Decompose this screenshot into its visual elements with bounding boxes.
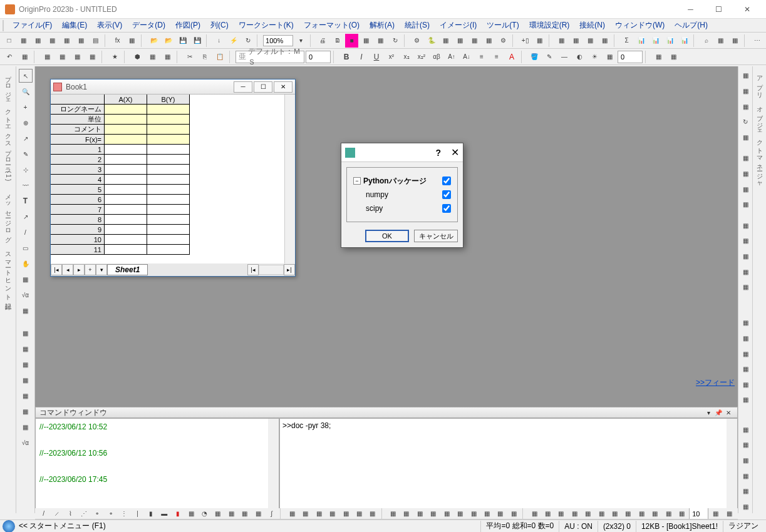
fontsize-combo[interactable]: 0	[306, 51, 331, 63]
rtool20-icon[interactable]: ▦	[738, 393, 752, 407]
favorite-icon[interactable]: ★	[108, 50, 122, 64]
g44-icon[interactable]: ▦	[636, 508, 648, 519]
zoom-dropdown-icon[interactable]: ▾	[294, 34, 308, 48]
decrease-font-icon[interactable]: A↓	[460, 50, 474, 64]
g40-icon[interactable]: ▦	[582, 508, 594, 519]
data-cell[interactable]	[147, 235, 190, 245]
g1-icon[interactable]: /	[38, 508, 49, 519]
data-cell[interactable]	[147, 245, 190, 255]
stack-icon[interactable]: ▦	[584, 34, 597, 48]
data-cell[interactable]	[105, 205, 147, 215]
lighting-icon[interactable]: ☀	[587, 50, 601, 64]
data-cell[interactable]	[147, 105, 190, 115]
data-cell[interactable]	[147, 215, 190, 225]
cmd-menu-icon[interactable]: ▾	[703, 409, 713, 416]
g33-icon[interactable]: ▦	[481, 508, 493, 519]
region-tool-icon[interactable]: ▦	[19, 272, 33, 286]
data-cell[interactable]	[105, 195, 147, 205]
row-header[interactable]: 5	[51, 185, 105, 195]
g19-icon[interactable]: ▦	[286, 508, 298, 519]
data-cell[interactable]	[105, 225, 147, 235]
g39-icon[interactable]: ▦	[569, 508, 581, 519]
g42-icon[interactable]: ▦	[609, 508, 621, 519]
menu-window[interactable]: ウィンドウ(W)	[610, 19, 670, 32]
new-excel-icon[interactable]: ▦	[31, 34, 44, 48]
align-icon[interactable]: ≡	[475, 50, 489, 64]
cancel-button[interactable]: キャンセル	[414, 230, 458, 242]
rtool14-icon[interactable]: ▦	[738, 280, 752, 294]
rtool19-icon[interactable]: ▦	[738, 377, 752, 391]
command-history-pane[interactable]: //--2023/06/12 10:52 //--2023/06/12 10:5…	[35, 418, 279, 513]
copy-icon[interactable]: ⎘	[198, 50, 212, 64]
messages-tab[interactable]: メッセージログ	[4, 190, 13, 240]
add-column-icon[interactable]: +▯	[519, 34, 532, 48]
maximize-button[interactable]: ☐	[705, 0, 733, 19]
g34-icon[interactable]: ▦	[494, 508, 506, 519]
new-workbook-icon[interactable]: ▦	[17, 34, 30, 48]
refresh-icon[interactable]: ↻	[388, 34, 401, 48]
dock-tool1-icon[interactable]: ▦	[19, 326, 33, 340]
menu-worksheet[interactable]: ワークシート(K)	[234, 19, 299, 32]
underline-icon[interactable]: U	[370, 50, 383, 64]
corner-cell[interactable]	[51, 95, 105, 105]
redo-icon[interactable]: ▦	[18, 50, 31, 64]
data-cell[interactable]	[105, 235, 147, 245]
import-icon[interactable]: ↓	[212, 34, 225, 48]
input-scrollbar[interactable]	[727, 419, 737, 513]
g46-icon[interactable]: ▦	[662, 508, 674, 519]
menu-plot[interactable]: 作図(P)	[170, 19, 205, 32]
menu-tools[interactable]: ツール(T)	[482, 19, 524, 32]
rtool25-icon[interactable]: ▦	[738, 484, 752, 498]
status-au[interactable]: AU : ON	[559, 521, 598, 532]
save-template-icon[interactable]: 💾	[190, 34, 204, 48]
subscript-icon[interactable]: x₂	[400, 50, 413, 64]
dialog-help-button[interactable]: ?	[435, 148, 441, 158]
g47-icon[interactable]: ▦	[676, 508, 688, 519]
data-cell[interactable]	[105, 105, 147, 115]
menu-column[interactable]: 列(C)	[205, 19, 234, 32]
sheet-hscroll-right[interactable]: ▸|	[284, 264, 295, 275]
sort-icon[interactable]: ▦	[569, 34, 582, 48]
g12-icon[interactable]: ▦	[185, 508, 197, 519]
g29-icon[interactable]: ▦	[427, 508, 439, 519]
row-header[interactable]: 単位	[51, 115, 105, 125]
more-icon[interactable]: ⋯	[750, 34, 763, 48]
rtool9-icon[interactable]: ▦	[738, 198, 752, 212]
data-cell[interactable]	[147, 195, 190, 205]
rtool18-icon[interactable]: ▦	[738, 362, 752, 376]
rtool4-icon[interactable]: ↻	[738, 115, 752, 129]
smart-tab[interactable]: スマートヒント記録	[4, 248, 13, 300]
row-header[interactable]: 6	[51, 195, 105, 205]
menu-image[interactable]: イメージ(I)	[435, 19, 482, 32]
sigma-icon[interactable]: Σ	[620, 34, 633, 48]
undo-icon[interactable]: ↶	[3, 50, 16, 64]
g17-icon[interactable]: ▦	[252, 508, 264, 519]
line-color-icon[interactable]: ✎	[542, 50, 556, 64]
g31-icon[interactable]: ▦	[454, 508, 466, 519]
g26-icon[interactable]: ▦	[387, 508, 399, 519]
rtool7-icon[interactable]: ▦	[738, 167, 752, 181]
menu-analysis[interactable]: 解析(A)	[365, 19, 400, 32]
formula-tool-icon[interactable]: √α	[19, 288, 33, 302]
rtool8-icon[interactable]: ▦	[738, 182, 752, 196]
g20-icon[interactable]: ▦	[299, 508, 311, 519]
data-reader-icon[interactable]: ⊕	[19, 116, 33, 130]
highlight-icon[interactable]: ▦	[728, 34, 742, 48]
menu-data[interactable]: データ(D)	[127, 19, 170, 32]
filter-icon[interactable]: ⌕	[700, 34, 713, 48]
dock-tool2-icon[interactable]: ▦	[19, 342, 33, 356]
ok-button[interactable]: OK	[365, 230, 409, 242]
line-tool-icon[interactable]: /	[19, 225, 33, 239]
collapse-icon[interactable]: −	[353, 177, 361, 185]
column-header[interactable]: A(X)	[105, 95, 147, 105]
paste-icon[interactable]: 📋	[213, 50, 227, 64]
feed-link[interactable]: >>フィード	[696, 377, 735, 388]
batch-icon[interactable]: ⚡	[227, 34, 240, 48]
row-header[interactable]: 2	[51, 155, 105, 165]
object-manager-tab[interactable]: オブジェクトマネージャ	[755, 102, 764, 186]
stats4-icon[interactable]: 📊	[678, 34, 691, 48]
mask-tool-icon[interactable]: ▦	[19, 304, 33, 317]
data-selector-icon[interactable]: ↗	[19, 131, 33, 145]
supersubscript-icon[interactable]: x₂²	[415, 50, 428, 64]
shortcut4-icon[interactable]: ▦	[85, 50, 99, 64]
